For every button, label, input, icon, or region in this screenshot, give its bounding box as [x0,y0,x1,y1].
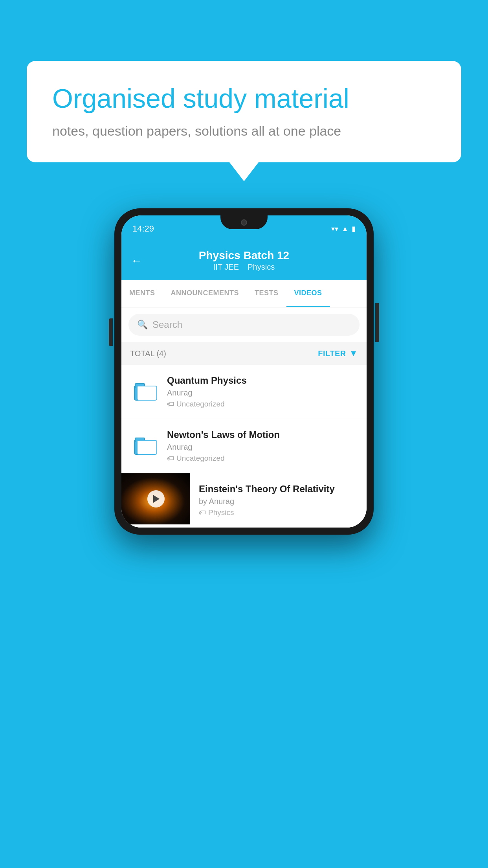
play-icon [153,495,160,503]
speech-bubble-card: Organised study material notes, question… [27,61,461,162]
tab-tests[interactable]: TESTS [247,280,286,307]
filter-row: TOTAL (4) FILTER ▼ [121,342,367,365]
video-list: Quantum Physics Anurag 🏷 Uncategorized [121,365,367,528]
status-icons: ▾▾ ▲ ▮ [331,224,356,233]
item-title: Quantum Physics [167,375,358,386]
header-title-group: Physics Batch 12 IIT JEE Physics [199,249,289,272]
tab-videos[interactable]: VIDEOS [286,280,330,307]
tag-icon: 🏷 [167,400,174,408]
filter-button[interactable]: FILTER ▼ [318,348,358,359]
item-author: Anurag [167,443,358,452]
tag-icon: 🏷 [167,454,174,463]
wifi-icon: ▾▾ [331,224,338,233]
filter-funnel-icon: ▼ [349,348,358,359]
list-item[interactable]: Einstein's Theory Of Relativity by Anura… [121,473,367,528]
camera [241,219,247,226]
video-thumbnail [121,473,190,524]
search-icon: 🔍 [137,320,148,330]
signal-icon: ▲ [341,225,349,233]
bubble-title: Organised study material [52,83,436,115]
play-button[interactable] [147,490,165,508]
item-info: Quantum Physics Anurag 🏷 Uncategorized [167,375,358,408]
phone-outer: 14:29 ▾▾ ▲ ▮ ← Physics Batch 12 IIT JEE [114,208,374,535]
item-tag-row: 🏷 Uncategorized [167,400,358,408]
item-icon [130,438,158,455]
header-subtitle: IIT JEE Physics [199,263,289,272]
item-author: Anurag [167,388,358,397]
status-bar: 14:29 ▾▾ ▲ ▮ [121,215,367,242]
search-container: 🔍 Search [121,307,367,342]
folder-icon [134,438,154,455]
back-button[interactable]: ← [131,254,143,267]
item-tag: Physics [208,508,234,517]
search-placeholder: Search [152,319,182,330]
item-info: Einstein's Theory Of Relativity by Anura… [190,473,358,527]
header-tag1: IIT JEE [213,263,239,271]
item-tag: Uncategorized [176,454,225,463]
app-header: ← Physics Batch 12 IIT JEE Physics [121,242,367,280]
item-tag: Uncategorized [176,400,225,408]
speech-bubble: Organised study material notes, question… [27,61,461,162]
battery-icon: ▮ [352,224,356,233]
notch [220,215,268,229]
header-title: Physics Batch 12 [199,249,289,262]
phone-screen: 14:29 ▾▾ ▲ ▮ ← Physics Batch 12 IIT JEE [121,215,367,528]
phone-mockup: 14:29 ▾▾ ▲ ▮ ← Physics Batch 12 IIT JEE [114,208,374,535]
item-tag-row: 🏷 Uncategorized [167,454,358,463]
item-title: Newton's Laws of Motion [167,429,358,440]
item-tag-row: 🏷 Physics [199,508,358,517]
header-tag2: Physics [248,263,275,271]
tab-announcements[interactable]: ANNOUNCEMENTS [163,280,247,307]
folder-icon [134,383,154,401]
list-item[interactable]: Quantum Physics Anurag 🏷 Uncategorized [121,365,367,419]
tab-ments[interactable]: MENTS [121,280,163,307]
tab-bar: MENTS ANNOUNCEMENTS TESTS VIDEOS [121,280,367,307]
filter-label: FILTER [318,349,346,358]
item-title: Einstein's Theory Of Relativity [199,484,358,495]
tag-icon: 🏷 [199,509,206,517]
item-info: Newton's Laws of Motion Anurag 🏷 Uncateg… [167,429,358,463]
status-time: 14:29 [132,224,154,234]
search-box[interactable]: 🔍 Search [128,314,360,336]
item-author: by Anurag [199,497,358,506]
item-icon [130,383,158,401]
bubble-subtitle: notes, question papers, solutions all at… [52,123,436,139]
list-item[interactable]: Newton's Laws of Motion Anurag 🏷 Uncateg… [121,419,367,473]
total-label: TOTAL (4) [130,349,166,358]
